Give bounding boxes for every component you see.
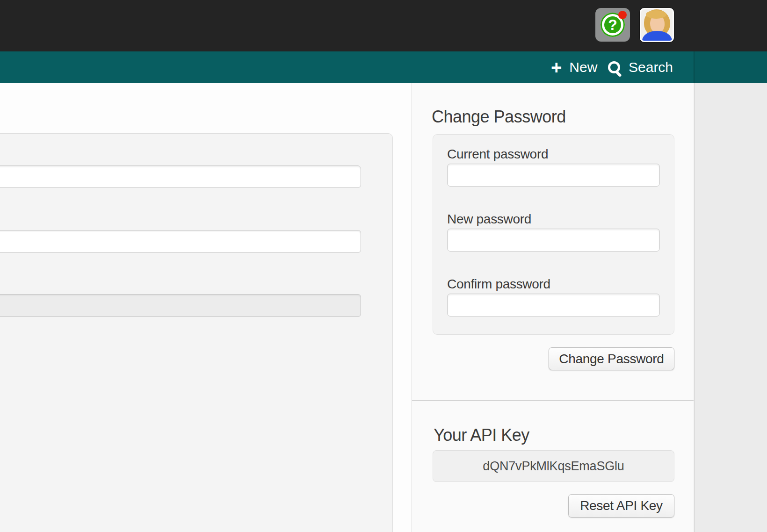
nav-bar: + New Search <box>0 51 767 83</box>
notification-dot-icon <box>618 11 627 19</box>
section-divider <box>412 400 694 401</box>
search-icon <box>608 61 620 73</box>
top-bar: ? <box>0 0 767 51</box>
new-password-input[interactable] <box>447 229 660 252</box>
current-password-group: Current password <box>447 146 659 187</box>
search-button[interactable]: Search <box>608 51 673 83</box>
left-form-field-3-disabled <box>0 294 361 317</box>
avatar-bang <box>646 10 666 19</box>
search-button-label: Search <box>629 59 673 75</box>
sidebar: Change Password Current password New pas… <box>412 83 694 532</box>
page-gutter <box>694 83 767 532</box>
new-password-group: New password <box>447 211 659 252</box>
main-content <box>0 83 412 532</box>
confirm-password-group: Confirm password <box>447 276 659 316</box>
left-form-field-2[interactable] <box>0 230 361 253</box>
settings-form-panel <box>0 133 393 532</box>
reset-api-key-button[interactable]: Reset API Key <box>568 494 674 518</box>
help-button[interactable]: ? <box>595 8 630 42</box>
plus-icon: + <box>551 53 562 81</box>
api-key-value: dQN7vPkMlKqsEmaSGlu <box>433 450 674 482</box>
new-button[interactable]: + New <box>551 51 597 83</box>
new-button-label: New <box>569 59 597 75</box>
content-region: Change Password Current password New pas… <box>0 83 767 532</box>
api-key-title: Your API Key <box>434 425 529 446</box>
current-password-label: Current password <box>447 146 659 162</box>
change-password-title: Change Password <box>432 107 566 127</box>
change-password-fieldset: Current password New password Confirm pa… <box>433 134 674 335</box>
avatar-shirt <box>642 31 672 42</box>
user-avatar[interactable] <box>640 8 674 42</box>
confirm-password-input[interactable] <box>447 294 660 316</box>
current-password-input[interactable] <box>447 164 660 187</box>
left-form-field-1[interactable] <box>0 165 361 188</box>
new-password-label: New password <box>447 211 659 227</box>
change-password-button[interactable]: Change Password <box>549 347 674 370</box>
confirm-password-label: Confirm password <box>447 276 659 292</box>
